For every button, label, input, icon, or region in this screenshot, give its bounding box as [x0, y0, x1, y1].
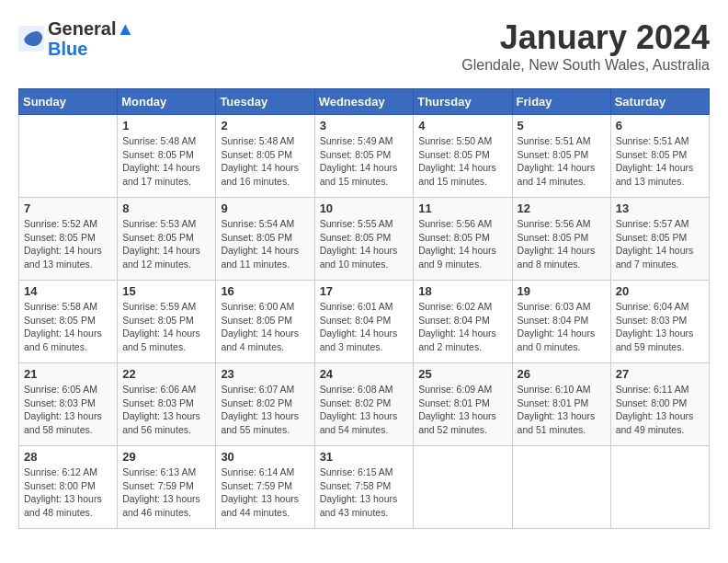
day-info: Sunrise: 6:00 AMSunset: 8:05 PMDaylight:… — [221, 300, 309, 354]
day-info: Sunrise: 6:13 AMSunset: 7:59 PMDaylight:… — [122, 465, 210, 520]
day-number: 10 — [320, 201, 409, 215]
calendar-cell: 27 Sunrise: 6:11 AMSunset: 8:00 PMDaylig… — [610, 363, 709, 446]
month-title: January 2024 — [461, 18, 710, 57]
day-info: Sunrise: 5:57 AMSunset: 8:05 PMDaylight:… — [616, 217, 704, 271]
logo-icon — [18, 26, 44, 52]
calendar-cell: 7 Sunrise: 5:52 AMSunset: 8:05 PMDayligh… — [19, 198, 118, 281]
calendar-cell: 16 Sunrise: 6:00 AMSunset: 8:05 PMDaylig… — [216, 281, 314, 363]
calendar-week-3: 14 Sunrise: 5:58 AMSunset: 8:05 PMDaylig… — [19, 281, 710, 363]
day-number: 7 — [24, 201, 112, 215]
calendar-cell: 28 Sunrise: 6:12 AMSunset: 8:00 PMDaylig… — [19, 446, 118, 529]
day-info: Sunrise: 6:08 AMSunset: 8:02 PMDaylight:… — [320, 383, 409, 437]
day-number: 20 — [616, 284, 704, 298]
calendar-cell: 24 Sunrise: 6:08 AMSunset: 8:02 PMDaylig… — [314, 363, 414, 446]
day-info: Sunrise: 5:59 AMSunset: 8:05 PMDaylight:… — [122, 300, 210, 354]
day-info: Sunrise: 6:14 AMSunset: 7:59 PMDaylight:… — [221, 465, 309, 520]
day-number: 19 — [518, 284, 606, 298]
calendar-cell: 22 Sunrise: 6:06 AMSunset: 8:03 PMDaylig… — [118, 363, 216, 446]
calendar-cell: 30 Sunrise: 6:14 AMSunset: 7:59 PMDaylig… — [216, 446, 314, 529]
day-info: Sunrise: 6:15 AMSunset: 7:58 PMDaylight:… — [320, 465, 409, 520]
calendar-cell: 11 Sunrise: 5:56 AMSunset: 8:05 PMDaylig… — [414, 198, 512, 281]
day-number: 31 — [320, 450, 409, 464]
calendar-cell: 20 Sunrise: 6:04 AMSunset: 8:03 PMDaylig… — [610, 281, 709, 363]
calendar-cell: 4 Sunrise: 5:50 AMSunset: 8:05 PMDayligh… — [414, 115, 512, 198]
calendar-cell: 2 Sunrise: 5:48 AMSunset: 8:05 PMDayligh… — [216, 115, 314, 198]
weekday-header-monday: Monday — [118, 89, 216, 115]
calendar-cell: 29 Sunrise: 6:13 AMSunset: 7:59 PMDaylig… — [118, 446, 216, 529]
weekday-header-friday: Friday — [512, 89, 610, 115]
calendar-cell: 8 Sunrise: 5:53 AMSunset: 8:05 PMDayligh… — [118, 198, 216, 281]
calendar-cell: 5 Sunrise: 5:51 AMSunset: 8:05 PMDayligh… — [512, 115, 610, 198]
title-block: January 2024 Glendale, New South Wales, … — [461, 18, 710, 74]
calendar-week-4: 21 Sunrise: 6:05 AMSunset: 8:03 PMDaylig… — [19, 363, 710, 446]
day-info: Sunrise: 6:09 AMSunset: 8:01 PMDaylight:… — [418, 383, 506, 437]
day-info: Sunrise: 5:56 AMSunset: 8:05 PMDaylight:… — [518, 217, 606, 271]
day-number: 22 — [122, 367, 210, 381]
calendar-cell: 13 Sunrise: 5:57 AMSunset: 8:05 PMDaylig… — [610, 198, 709, 281]
day-number: 12 — [518, 201, 606, 215]
calendar-cell: 18 Sunrise: 6:02 AMSunset: 8:04 PMDaylig… — [414, 281, 512, 363]
calendar-week-2: 7 Sunrise: 5:52 AMSunset: 8:05 PMDayligh… — [19, 198, 710, 281]
day-info: Sunrise: 5:48 AMSunset: 8:05 PMDaylight:… — [221, 134, 309, 189]
calendar-week-5: 28 Sunrise: 6:12 AMSunset: 8:00 PMDaylig… — [19, 446, 710, 529]
day-number: 8 — [122, 201, 210, 215]
day-number: 29 — [122, 450, 210, 464]
weekday-header-saturday: Saturday — [610, 89, 709, 115]
day-info: Sunrise: 5:54 AMSunset: 8:05 PMDaylight:… — [221, 217, 309, 271]
day-info: Sunrise: 6:04 AMSunset: 8:03 PMDaylight:… — [616, 300, 704, 354]
day-info: Sunrise: 5:53 AMSunset: 8:05 PMDaylight:… — [122, 217, 210, 271]
location: Glendale, New South Wales, Australia — [461, 57, 710, 74]
calendar-cell: 14 Sunrise: 5:58 AMSunset: 8:05 PMDaylig… — [19, 281, 118, 363]
weekday-header-thursday: Thursday — [414, 89, 512, 115]
day-number: 14 — [24, 284, 112, 298]
day-number: 28 — [24, 450, 112, 464]
day-number: 30 — [221, 450, 309, 464]
calendar-cell — [414, 446, 512, 529]
calendar-cell — [512, 446, 610, 529]
day-number: 13 — [616, 201, 704, 215]
calendar-cell: 10 Sunrise: 5:55 AMSunset: 8:05 PMDaylig… — [314, 198, 414, 281]
calendar-cell — [19, 115, 118, 198]
day-number: 9 — [221, 201, 309, 215]
calendar-cell: 12 Sunrise: 5:56 AMSunset: 8:05 PMDaylig… — [512, 198, 610, 281]
page-header: General▲ Blue January 2024 Glendale, New… — [18, 18, 710, 74]
day-number: 4 — [418, 119, 506, 132]
day-number: 25 — [418, 367, 506, 381]
calendar-cell: 1 Sunrise: 5:48 AMSunset: 8:05 PMDayligh… — [118, 115, 216, 198]
day-number: 5 — [518, 119, 606, 132]
day-info: Sunrise: 6:05 AMSunset: 8:03 PMDaylight:… — [24, 383, 112, 437]
day-info: Sunrise: 6:10 AMSunset: 8:01 PMDaylight:… — [518, 383, 606, 437]
day-number: 17 — [320, 284, 409, 298]
calendar-cell: 9 Sunrise: 5:54 AMSunset: 8:05 PMDayligh… — [216, 198, 314, 281]
weekday-header-row: SundayMondayTuesdayWednesdayThursdayFrid… — [19, 89, 710, 115]
day-number: 3 — [320, 119, 409, 132]
calendar-cell: 23 Sunrise: 6:07 AMSunset: 8:02 PMDaylig… — [216, 363, 314, 446]
calendar-cell: 3 Sunrise: 5:49 AMSunset: 8:05 PMDayligh… — [314, 115, 414, 198]
logo: General▲ Blue — [18, 18, 134, 59]
calendar-table: SundayMondayTuesdayWednesdayThursdayFrid… — [18, 88, 710, 529]
calendar-cell: 15 Sunrise: 5:59 AMSunset: 8:05 PMDaylig… — [118, 281, 216, 363]
calendar-cell: 26 Sunrise: 6:10 AMSunset: 8:01 PMDaylig… — [512, 363, 610, 446]
calendar-week-1: 1 Sunrise: 5:48 AMSunset: 8:05 PMDayligh… — [19, 115, 710, 198]
weekday-header-tuesday: Tuesday — [216, 89, 314, 115]
calendar-cell — [610, 446, 709, 529]
day-number: 16 — [221, 284, 309, 298]
day-info: Sunrise: 5:56 AMSunset: 8:05 PMDaylight:… — [418, 217, 506, 271]
day-info: Sunrise: 6:06 AMSunset: 8:03 PMDaylight:… — [122, 383, 210, 437]
day-number: 21 — [24, 367, 112, 381]
day-info: Sunrise: 5:52 AMSunset: 8:05 PMDaylight:… — [24, 217, 112, 271]
day-number: 6 — [616, 119, 704, 132]
calendar-cell: 17 Sunrise: 6:01 AMSunset: 8:04 PMDaylig… — [314, 281, 414, 363]
day-number: 15 — [122, 284, 210, 298]
calendar-cell: 31 Sunrise: 6:15 AMSunset: 7:58 PMDaylig… — [314, 446, 414, 529]
calendar-cell: 19 Sunrise: 6:03 AMSunset: 8:04 PMDaylig… — [512, 281, 610, 363]
day-info: Sunrise: 5:49 AMSunset: 8:05 PMDaylight:… — [320, 134, 409, 189]
day-number: 18 — [418, 284, 506, 298]
calendar-cell: 21 Sunrise: 6:05 AMSunset: 8:03 PMDaylig… — [19, 363, 118, 446]
day-number: 2 — [221, 119, 309, 132]
day-info: Sunrise: 6:03 AMSunset: 8:04 PMDaylight:… — [518, 300, 606, 354]
day-number: 26 — [518, 367, 606, 381]
calendar-cell: 6 Sunrise: 5:51 AMSunset: 8:05 PMDayligh… — [610, 115, 709, 198]
day-info: Sunrise: 5:51 AMSunset: 8:05 PMDaylight:… — [518, 134, 606, 189]
day-number: 24 — [320, 367, 409, 381]
